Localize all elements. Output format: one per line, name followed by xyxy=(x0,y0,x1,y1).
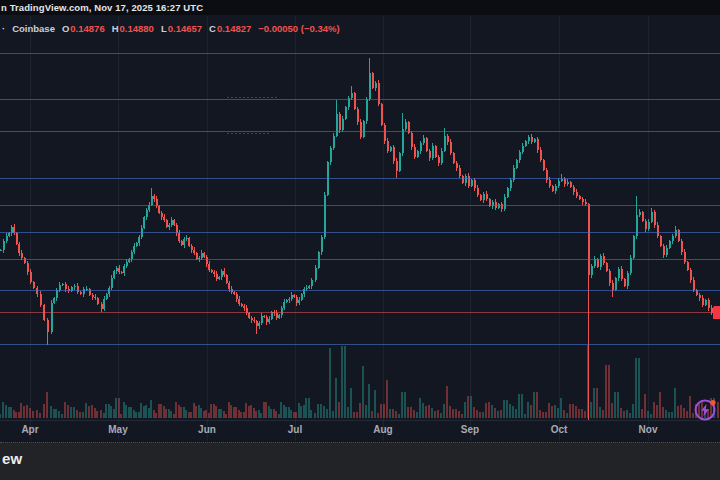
export-header-band: n TradingView.com, Nov 17, 2025 16:27 UT… xyxy=(0,0,720,15)
level-lines xyxy=(0,54,720,345)
time-axis-label: Aug xyxy=(373,424,392,435)
lightning-bolt-icon xyxy=(701,404,709,416)
ohlc-field: C0.14827 xyxy=(209,23,251,34)
tradingview-snapshot: n TradingView.com, Nov 17, 2025 16:27 UT… xyxy=(0,0,720,480)
export-caption: n TradingView.com, Nov 17, 2025 16:27 UT… xyxy=(1,2,203,13)
ohlc-field: O0.14876 xyxy=(62,23,105,34)
dashed-annotations xyxy=(227,98,278,134)
symbol-prefix-dot: · xyxy=(2,23,5,34)
time-axis-label: Nov xyxy=(639,424,658,435)
flash-icon-button[interactable] xyxy=(693,397,718,422)
grid-lines xyxy=(0,16,720,441)
symbol-info-row: · Coinbase O0.14876H0.14880L0.14657C0.14… xyxy=(2,23,340,34)
ohlc-field: H0.14880 xyxy=(112,23,154,34)
tradingview-logo-fragment: ew xyxy=(2,450,22,467)
time-axis-label: Oct xyxy=(551,424,568,435)
ohlc-field: L0.14657 xyxy=(161,23,202,34)
time-axis-label: May xyxy=(108,424,127,435)
price-change: −0.00050 (−0.34%) xyxy=(258,23,339,34)
time-axis-label: Apr xyxy=(21,424,38,435)
ohlc-values: O0.14876H0.14880L0.14657C0.14827 xyxy=(62,23,251,34)
price-chart-canvas[interactable] xyxy=(0,0,720,480)
time-axis-label: Jun xyxy=(198,424,216,435)
last-price-line xyxy=(0,306,720,319)
volume-bars xyxy=(0,345,719,418)
notification-dot xyxy=(710,400,715,405)
bottom-letterbox-band: ew xyxy=(0,442,720,480)
last-price-tag xyxy=(713,306,720,319)
candles xyxy=(0,58,720,420)
time-axis-label: Jul xyxy=(288,424,302,435)
exchange-label: Coinbase xyxy=(12,23,55,34)
time-axis-label: Sep xyxy=(461,424,479,435)
